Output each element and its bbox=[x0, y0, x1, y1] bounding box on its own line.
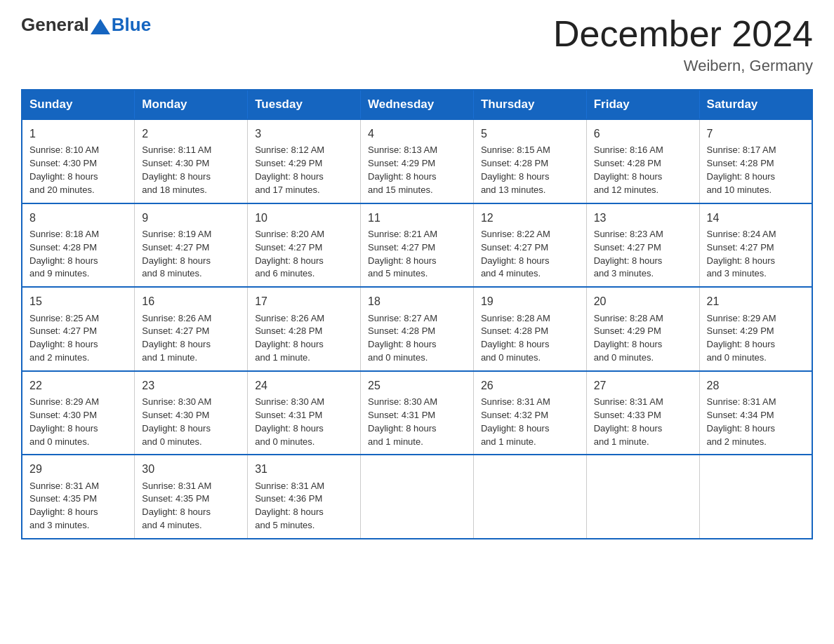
day-number: 25 bbox=[368, 377, 466, 394]
table-row: 19 Sunrise: 8:28 AMSunset: 4:28 PMDaylig… bbox=[473, 287, 586, 371]
table-row: 28 Sunrise: 8:31 AMSunset: 4:34 PMDaylig… bbox=[699, 371, 812, 455]
day-number: 11 bbox=[368, 210, 466, 226]
day-info: Sunrise: 8:31 AMSunset: 4:35 PMDaylight:… bbox=[29, 481, 99, 531]
day-info: Sunrise: 8:23 AMSunset: 4:27 PMDaylight:… bbox=[594, 229, 663, 279]
day-number: 9 bbox=[142, 210, 240, 226]
day-number: 8 bbox=[29, 210, 127, 226]
calendar-week-row: 15 Sunrise: 8:25 AMSunset: 4:27 PMDaylig… bbox=[22, 287, 812, 371]
logo-triangle-icon bbox=[91, 19, 110, 34]
header-friday: Friday bbox=[586, 90, 699, 119]
day-number: 2 bbox=[142, 126, 240, 142]
calendar-week-row: 8 Sunrise: 8:18 AMSunset: 4:28 PMDayligh… bbox=[22, 203, 812, 288]
calendar-week-row: 22 Sunrise: 8:29 AMSunset: 4:30 PMDaylig… bbox=[22, 371, 812, 455]
day-info: Sunrise: 8:29 AMSunset: 4:29 PMDaylight:… bbox=[707, 313, 776, 363]
day-info: Sunrise: 8:24 AMSunset: 4:27 PMDaylight:… bbox=[707, 229, 776, 279]
table-row: 21 Sunrise: 8:29 AMSunset: 4:29 PMDaylig… bbox=[699, 287, 812, 371]
calendar-week-row: 29 Sunrise: 8:31 AMSunset: 4:35 PMDaylig… bbox=[22, 455, 812, 539]
table-row bbox=[699, 455, 812, 539]
day-info: Sunrise: 8:18 AMSunset: 4:28 PMDaylight:… bbox=[29, 229, 99, 279]
day-info: Sunrise: 8:25 AMSunset: 4:27 PMDaylight:… bbox=[29, 313, 99, 363]
table-row: 3 Sunrise: 8:12 AMSunset: 4:29 PMDayligh… bbox=[248, 119, 361, 203]
day-number: 17 bbox=[255, 293, 353, 309]
day-info: Sunrise: 8:27 AMSunset: 4:28 PMDaylight:… bbox=[368, 313, 437, 363]
table-row: 13 Sunrise: 8:23 AMSunset: 4:27 PMDaylig… bbox=[586, 203, 699, 288]
day-number: 4 bbox=[368, 126, 466, 142]
day-number: 29 bbox=[29, 461, 127, 477]
day-info: Sunrise: 8:30 AMSunset: 4:31 PMDaylight:… bbox=[368, 396, 437, 447]
page-header: General Blue December 2024 Weibern, Germ… bbox=[21, 14, 813, 75]
table-row bbox=[361, 455, 474, 539]
table-row: 16 Sunrise: 8:26 AMSunset: 4:27 PMDaylig… bbox=[135, 287, 248, 371]
day-info: Sunrise: 8:30 AMSunset: 4:31 PMDaylight:… bbox=[255, 396, 324, 447]
day-number: 10 bbox=[255, 210, 353, 226]
day-number: 14 bbox=[707, 210, 805, 226]
table-row: 7 Sunrise: 8:17 AMSunset: 4:28 PMDayligh… bbox=[699, 119, 812, 203]
day-info: Sunrise: 8:31 AMSunset: 4:32 PMDaylight:… bbox=[481, 396, 550, 447]
day-number: 26 bbox=[481, 377, 579, 394]
table-row: 10 Sunrise: 8:20 AMSunset: 4:27 PMDaylig… bbox=[248, 203, 361, 288]
day-number: 21 bbox=[707, 293, 805, 309]
logo: General Blue bbox=[21, 14, 151, 36]
table-row: 24 Sunrise: 8:30 AMSunset: 4:31 PMDaylig… bbox=[248, 371, 361, 455]
table-row: 22 Sunrise: 8:29 AMSunset: 4:30 PMDaylig… bbox=[22, 371, 135, 455]
day-number: 23 bbox=[142, 377, 240, 394]
day-info: Sunrise: 8:30 AMSunset: 4:30 PMDaylight:… bbox=[142, 396, 211, 447]
header-wednesday: Wednesday bbox=[361, 90, 474, 119]
day-number: 27 bbox=[594, 377, 692, 394]
day-info: Sunrise: 8:10 AMSunset: 4:30 PMDaylight:… bbox=[29, 145, 99, 195]
day-info: Sunrise: 8:28 AMSunset: 4:29 PMDaylight:… bbox=[594, 313, 663, 363]
calendar-title: December 2024 bbox=[553, 14, 813, 54]
day-number: 1 bbox=[29, 126, 127, 142]
table-row: 26 Sunrise: 8:31 AMSunset: 4:32 PMDaylig… bbox=[473, 371, 586, 455]
day-number: 30 bbox=[142, 461, 240, 477]
table-row: 9 Sunrise: 8:19 AMSunset: 4:27 PMDayligh… bbox=[135, 203, 248, 288]
day-number: 13 bbox=[594, 210, 692, 226]
calendar-table: Sunday Monday Tuesday Wednesday Thursday… bbox=[21, 89, 813, 539]
day-info: Sunrise: 8:31 AMSunset: 4:33 PMDaylight:… bbox=[594, 396, 663, 447]
day-number: 18 bbox=[368, 293, 466, 309]
header-sunday: Sunday bbox=[22, 90, 135, 119]
day-info: Sunrise: 8:16 AMSunset: 4:28 PMDaylight:… bbox=[594, 145, 663, 195]
day-info: Sunrise: 8:19 AMSunset: 4:27 PMDaylight:… bbox=[142, 229, 211, 279]
day-info: Sunrise: 8:15 AMSunset: 4:28 PMDaylight:… bbox=[481, 145, 550, 195]
table-row: 18 Sunrise: 8:27 AMSunset: 4:28 PMDaylig… bbox=[361, 287, 474, 371]
day-info: Sunrise: 8:28 AMSunset: 4:28 PMDaylight:… bbox=[481, 313, 550, 363]
logo-general: General bbox=[21, 14, 89, 36]
day-info: Sunrise: 8:12 AMSunset: 4:29 PMDaylight:… bbox=[255, 145, 324, 195]
day-info: Sunrise: 8:13 AMSunset: 4:29 PMDaylight:… bbox=[368, 145, 437, 195]
calendar-header-row: Sunday Monday Tuesday Wednesday Thursday… bbox=[22, 90, 812, 119]
day-number: 16 bbox=[142, 293, 240, 309]
day-number: 28 bbox=[707, 377, 805, 394]
table-row: 25 Sunrise: 8:30 AMSunset: 4:31 PMDaylig… bbox=[361, 371, 474, 455]
header-tuesday: Tuesday bbox=[248, 90, 361, 119]
table-row: 11 Sunrise: 8:21 AMSunset: 4:27 PMDaylig… bbox=[361, 203, 474, 288]
day-number: 31 bbox=[255, 461, 353, 477]
calendar-week-row: 1 Sunrise: 8:10 AMSunset: 4:30 PMDayligh… bbox=[22, 119, 812, 203]
day-number: 20 bbox=[594, 293, 692, 309]
table-row: 31 Sunrise: 8:31 AMSunset: 4:36 PMDaylig… bbox=[248, 455, 361, 539]
table-row: 20 Sunrise: 8:28 AMSunset: 4:29 PMDaylig… bbox=[586, 287, 699, 371]
day-info: Sunrise: 8:29 AMSunset: 4:30 PMDaylight:… bbox=[29, 396, 99, 447]
logo-blue: Blue bbox=[112, 14, 151, 36]
table-row: 2 Sunrise: 8:11 AMSunset: 4:30 PMDayligh… bbox=[135, 119, 248, 203]
table-row: 29 Sunrise: 8:31 AMSunset: 4:35 PMDaylig… bbox=[22, 455, 135, 539]
calendar-location: Weibern, Germany bbox=[553, 57, 813, 75]
logo-blue-part: Blue bbox=[89, 14, 151, 36]
day-number: 6 bbox=[594, 126, 692, 142]
day-info: Sunrise: 8:20 AMSunset: 4:27 PMDaylight:… bbox=[255, 229, 324, 279]
day-info: Sunrise: 8:31 AMSunset: 4:35 PMDaylight:… bbox=[142, 481, 211, 531]
table-row: 15 Sunrise: 8:25 AMSunset: 4:27 PMDaylig… bbox=[22, 287, 135, 371]
table-row: 5 Sunrise: 8:15 AMSunset: 4:28 PMDayligh… bbox=[473, 119, 586, 203]
day-info: Sunrise: 8:17 AMSunset: 4:28 PMDaylight:… bbox=[707, 145, 776, 195]
day-number: 22 bbox=[29, 377, 127, 394]
table-row: 4 Sunrise: 8:13 AMSunset: 4:29 PMDayligh… bbox=[361, 119, 474, 203]
table-row: 8 Sunrise: 8:18 AMSunset: 4:28 PMDayligh… bbox=[22, 203, 135, 288]
day-number: 19 bbox=[481, 293, 579, 309]
day-number: 5 bbox=[481, 126, 579, 142]
day-number: 7 bbox=[707, 126, 805, 142]
day-info: Sunrise: 8:31 AMSunset: 4:34 PMDaylight:… bbox=[707, 396, 776, 447]
header-monday: Monday bbox=[135, 90, 248, 119]
table-row: 23 Sunrise: 8:30 AMSunset: 4:30 PMDaylig… bbox=[135, 371, 248, 455]
day-info: Sunrise: 8:26 AMSunset: 4:27 PMDaylight:… bbox=[142, 313, 211, 363]
day-info: Sunrise: 8:11 AMSunset: 4:30 PMDaylight:… bbox=[142, 145, 211, 195]
